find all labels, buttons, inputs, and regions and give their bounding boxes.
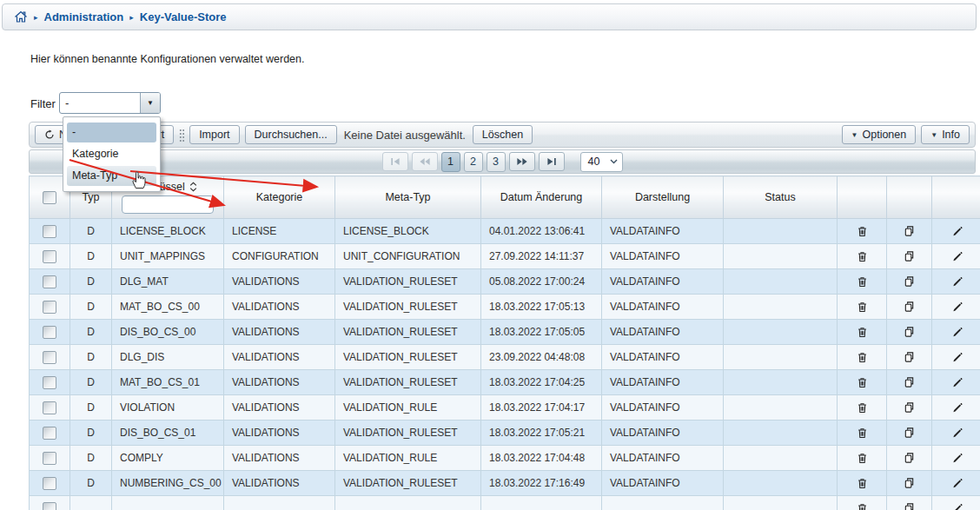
copy-button[interactable] bbox=[902, 374, 917, 390]
copy-button[interactable] bbox=[902, 248, 917, 264]
delete-button[interactable] bbox=[855, 223, 870, 239]
edit-button[interactable] bbox=[950, 425, 964, 440]
edit-button[interactable] bbox=[950, 500, 964, 510]
page-button-3[interactable]: 3 bbox=[487, 152, 506, 172]
next-page-button[interactable] bbox=[509, 152, 535, 171]
copy-button[interactable] bbox=[902, 299, 917, 315]
row-checkbox[interactable] bbox=[43, 275, 56, 288]
breadcrumb-link-key-value-store[interactable]: Key-Value-Store bbox=[140, 10, 227, 23]
last-page-button[interactable] bbox=[539, 152, 565, 171]
copy-button[interactable] bbox=[902, 349, 917, 365]
table-row: D DIS_BO_CS_00 VALIDATIONS VALIDATION_RU… bbox=[30, 320, 980, 345]
delete-button[interactable] bbox=[855, 450, 870, 466]
trash-icon bbox=[857, 477, 868, 489]
delete-button[interactable] bbox=[855, 274, 870, 289]
trash-icon bbox=[857, 401, 868, 414]
delete-button[interactable] bbox=[855, 248, 870, 264]
header-actions-3 bbox=[932, 176, 980, 219]
delete-button[interactable] bbox=[855, 400, 870, 415]
cell-datum-aenderung: 18.03.2022 17:05:05 bbox=[481, 320, 602, 345]
dropdown-arrow-icon[interactable]: ▼ bbox=[140, 93, 160, 113]
copy-button[interactable] bbox=[902, 500, 917, 510]
cell-meta-typ: VALIDATION_RULESET bbox=[335, 269, 481, 295]
breadcrumb-separator-icon: ▸ bbox=[129, 13, 134, 22]
first-page-button[interactable] bbox=[382, 152, 408, 171]
copy-button[interactable] bbox=[902, 223, 917, 239]
browse-button[interactable]: Durchsuchen... bbox=[245, 125, 337, 144]
copy-icon bbox=[904, 452, 915, 464]
edit-button[interactable] bbox=[950, 324, 964, 340]
row-checkbox[interactable] bbox=[43, 225, 56, 238]
select-all-checkbox[interactable] bbox=[43, 191, 56, 204]
copy-button[interactable] bbox=[902, 425, 917, 440]
cell-schluessel: VIOLATION bbox=[112, 395, 224, 421]
trash-icon bbox=[857, 427, 868, 439]
delete-button[interactable] bbox=[855, 425, 870, 440]
row-checkbox[interactable] bbox=[43, 502, 56, 510]
copy-button[interactable] bbox=[902, 400, 917, 415]
home-icon[interactable] bbox=[14, 10, 28, 23]
edit-button[interactable] bbox=[950, 400, 964, 415]
edit-button[interactable] bbox=[950, 248, 964, 264]
dropdown-option-meta-typ[interactable]: Meta-Typ bbox=[67, 166, 156, 186]
delete-button[interactable] bbox=[855, 475, 870, 491]
key-value-table: Typ Schlüssel Kategorie Meta-Typ Dat bbox=[29, 176, 980, 510]
cell-status bbox=[724, 395, 838, 421]
cell-typ: D bbox=[70, 244, 112, 269]
edit-button[interactable] bbox=[950, 475, 964, 491]
page-size-select[interactable]: 40 bbox=[580, 152, 623, 172]
row-checkbox[interactable] bbox=[43, 477, 56, 490]
edit-button[interactable] bbox=[950, 450, 964, 466]
edit-button[interactable] bbox=[950, 349, 964, 365]
delete-button[interactable] bbox=[855, 349, 870, 365]
edit-button[interactable] bbox=[950, 374, 964, 390]
edit-button[interactable] bbox=[950, 299, 964, 315]
toolbar: Neu laden Export Import Durchsuchen... K… bbox=[29, 122, 976, 148]
edit-button[interactable] bbox=[950, 274, 964, 289]
table-row: D LICENSE_BLOCK LICENSE LICENSE_BLOCK 04… bbox=[30, 219, 980, 244]
sort-icon[interactable] bbox=[189, 182, 197, 192]
delete-button[interactable] bbox=[855, 324, 870, 340]
cell-datum-aenderung: 18.03.2022 17:05:13 bbox=[481, 295, 602, 320]
row-checkbox[interactable] bbox=[43, 376, 56, 389]
schluessel-filter-input[interactable] bbox=[122, 195, 214, 214]
trash-icon bbox=[857, 351, 868, 363]
import-button[interactable]: Import bbox=[189, 125, 239, 144]
copy-button[interactable] bbox=[902, 450, 917, 466]
copy-button[interactable] bbox=[902, 324, 917, 340]
table-row: D DLG_MAT VALIDATIONS VALIDATION_RULESET… bbox=[30, 269, 980, 295]
copy-button[interactable] bbox=[902, 475, 917, 491]
trash-icon bbox=[857, 225, 868, 237]
delete-button[interactable] bbox=[855, 299, 870, 315]
copy-icon bbox=[904, 301, 915, 313]
row-checkbox[interactable] bbox=[43, 452, 56, 465]
row-checkbox[interactable] bbox=[43, 250, 56, 263]
delete-button[interactable] bbox=[855, 500, 870, 510]
previous-page-button[interactable] bbox=[412, 152, 438, 171]
cell-datum-aenderung: 18.03.2022 17:05:21 bbox=[481, 421, 602, 446]
pencil-icon bbox=[951, 477, 963, 489]
dropdown-option-none[interactable]: - bbox=[67, 123, 156, 142]
info-menu-button[interactable]: ▼ Info bbox=[921, 125, 970, 144]
table-row: D DLG_DIS VALIDATIONS VALIDATION_RULESET… bbox=[30, 345, 980, 370]
options-menu-button[interactable]: ▼ Optionen bbox=[842, 125, 917, 144]
cell-schluessel: MAT_BO_CS_01 bbox=[112, 370, 224, 395]
breadcrumb-link-administration[interactable]: Administration bbox=[44, 10, 124, 23]
row-checkbox[interactable] bbox=[43, 301, 56, 314]
row-checkbox[interactable] bbox=[43, 401, 56, 414]
copy-button[interactable] bbox=[902, 274, 917, 289]
filter-dropdown[interactable]: - ▼ bbox=[59, 92, 161, 114]
toolbar-grip-handle[interactable] bbox=[179, 129, 184, 142]
row-checkbox[interactable] bbox=[43, 351, 56, 364]
delete-file-button[interactable]: Löschen bbox=[473, 125, 533, 144]
pencil-icon bbox=[951, 250, 963, 262]
cell-darstellung: VALDATAINFO bbox=[602, 219, 724, 244]
row-checkbox[interactable] bbox=[43, 427, 56, 440]
row-checkbox[interactable] bbox=[43, 326, 56, 339]
edit-button[interactable] bbox=[950, 223, 964, 239]
cell-status bbox=[724, 496, 838, 510]
page-button-2[interactable]: 2 bbox=[464, 152, 483, 172]
delete-button[interactable] bbox=[855, 374, 870, 390]
dropdown-option-kategorie[interactable]: Kategorie bbox=[67, 144, 156, 164]
page-button-1[interactable]: 1 bbox=[441, 152, 460, 172]
